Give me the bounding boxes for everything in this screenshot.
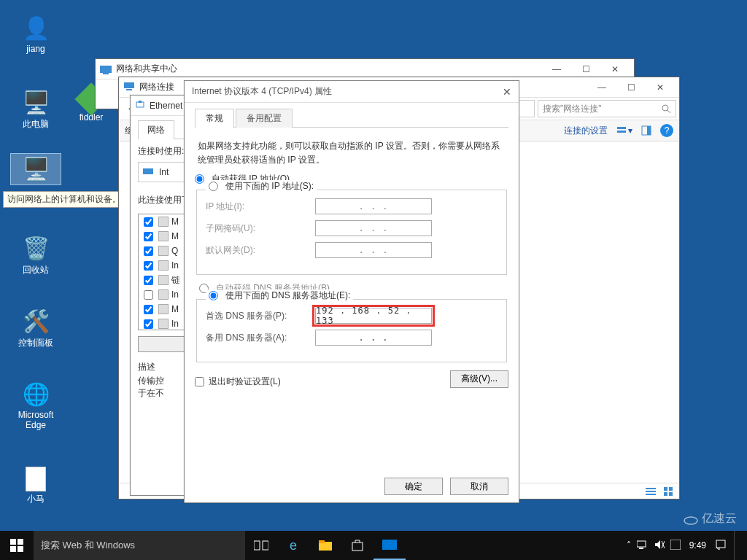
icon-label: 此电脑 [10, 118, 61, 131]
recycle-bin-icon: 🗑️ [21, 233, 50, 262]
taskbar-explorer[interactable] [309, 531, 341, 560]
radio-input[interactable] [209, 182, 218, 191]
notifications-button[interactable] [715, 539, 727, 553]
svg-rect-21 [10, 539, 16, 545]
ok-button[interactable]: 确定 [384, 478, 443, 495]
svg-point-20 [684, 517, 697, 524]
close-button[interactable]: ✕ [489, 86, 511, 98]
svg-rect-6 [617, 127, 626, 129]
svg-rect-36 [670, 540, 681, 550]
label-ip: IP 地址(I): [206, 201, 315, 213]
icon-label: Microsoft Edge [10, 410, 61, 430]
advanced-button[interactable]: 高级(V)... [450, 370, 508, 388]
user-folder-icon: 👤 [21, 13, 50, 42]
show-desktop-button[interactable] [734, 531, 738, 560]
search-icon [661, 104, 671, 114]
nsc-icon [100, 63, 112, 75]
svg-rect-12 [646, 494, 656, 495]
taskbar: 搜索 Web 和 Windows e ˄ 9:49 [0, 531, 747, 560]
computer-icon: 🖥️ [21, 88, 50, 117]
desktop-icon-edge[interactable]: 🌐 Microsoft Edge [10, 379, 61, 430]
taskbar-edge[interactable]: e [277, 531, 309, 560]
radio-manual-dns[interactable]: 使用下面的 DNS 服务器地址(E): [206, 289, 353, 302]
svg-rect-18 [139, 101, 142, 103]
subnet-mask-field[interactable]: . . . [315, 220, 432, 236]
maximize-button[interactable]: ☐ [571, 60, 600, 79]
search-placeholder: 搜索"网络连接" [543, 103, 602, 115]
svg-rect-1 [103, 71, 109, 74]
tray-ime-icon[interactable] [670, 540, 681, 552]
svg-rect-23 [10, 546, 16, 552]
edge-icon: e [290, 538, 297, 553]
cancel-button[interactable]: 取消 [450, 478, 508, 495]
search-placeholder: 搜索 Web 和 Windows [41, 539, 135, 552]
svg-rect-9 [647, 126, 651, 135]
tray-network-icon[interactable] [637, 540, 649, 552]
taskbar-clock[interactable]: 9:49 [689, 540, 706, 551]
help-button[interactable]: ? [660, 124, 673, 137]
desktop-icon-network[interactable]: 🖥️ [10, 153, 61, 185]
svg-rect-24 [18, 546, 23, 552]
checkbox-validate[interactable]: 退出时验证设置(L) [195, 376, 281, 388]
tray-chevron-up-icon[interactable]: ˄ [627, 540, 631, 551]
preview-pane-button[interactable] [641, 125, 651, 136]
taskbar-app[interactable] [374, 531, 406, 560]
system-tray: ˄ 9:49 [618, 531, 747, 560]
svg-rect-11 [646, 491, 656, 492]
svg-rect-16 [669, 492, 673, 496]
minimize-button[interactable]: — [587, 78, 616, 97]
svg-rect-31 [637, 541, 646, 547]
maximize-button[interactable]: ☐ [616, 78, 646, 97]
close-button[interactable]: ✕ [646, 78, 675, 97]
large-icons-view-icon[interactable] [663, 486, 673, 497]
svg-rect-3 [126, 89, 132, 90]
app-icon [382, 540, 397, 550]
svg-marker-33 [655, 540, 660, 549]
radio-input[interactable] [195, 174, 204, 184]
desktop-icon-controlpanel[interactable]: 🛠️ 控制面板 [10, 306, 61, 349]
taskview-icon [254, 540, 268, 551]
svg-rect-7 [617, 131, 626, 133]
titlebar[interactable]: Internet 协议版本 4 (TCP/IPv4) 属性 ✕ [185, 81, 519, 103]
search-input[interactable]: 搜索"网络连接" [538, 100, 676, 117]
tab-alternate[interactable]: 备用配置 [236, 109, 293, 128]
minimize-button[interactable]: — [542, 60, 571, 79]
view-options-button[interactable]: ▾ [616, 125, 632, 136]
close-button[interactable]: ✕ [600, 60, 630, 79]
store-icon [351, 539, 364, 552]
start-button[interactable] [0, 531, 34, 560]
ip-address-field[interactable]: . . . [315, 198, 432, 214]
svg-rect-22 [18, 539, 23, 545]
icon-label: jiang [10, 44, 61, 54]
taskbar-store[interactable] [341, 531, 374, 560]
ethernet-icon [135, 99, 145, 112]
svg-rect-15 [664, 492, 667, 496]
checkbox-input[interactable] [195, 377, 204, 386]
tab-general[interactable]: 常规 [195, 109, 234, 128]
details-view-icon[interactable] [646, 486, 656, 497]
radio-manual-ip[interactable]: 使用下面的 IP 地址(S): [206, 180, 317, 192]
preferred-dns-field[interactable]: 192 . 168 . 52 . 133 [315, 308, 432, 324]
desktop-icon-user[interactable]: 👤 jiang [10, 13, 61, 54]
svg-rect-37 [716, 540, 725, 548]
taskbar-search[interactable]: 搜索 Web 和 Windows [34, 531, 245, 560]
gateway-field[interactable]: . . . [315, 242, 432, 258]
tab-network[interactable]: 网络 [138, 120, 174, 139]
tab-strip: 常规 备用配置 [195, 109, 508, 128]
svg-rect-17 [136, 102, 144, 107]
dialog-ipv4-properties: Internet 协议版本 4 (TCP/IPv4) 属性 ✕ 常规 备用配置 … [184, 80, 519, 503]
tray-volume-icon[interactable] [654, 540, 665, 552]
svg-line-5 [667, 110, 670, 113]
alternate-dns-field[interactable]: . . . [315, 330, 432, 346]
radio-input[interactable] [209, 291, 218, 300]
svg-rect-19 [143, 168, 153, 174]
dialog-title: Internet 协议版本 4 (TCP/IPv4) 属性 [192, 85, 332, 98]
desktop-icon-xiaoma[interactable]: 小马 [10, 467, 61, 505]
cmd-link[interactable]: 连接的设置 [564, 125, 608, 137]
desktop-icon-recycle[interactable]: 🗑️ 回收站 [10, 233, 61, 276]
info-text: 如果网络支持此功能，则可以获取自动指派的 IP 设置。否则，你需要从网络系统管理… [198, 139, 506, 167]
desktop-icon-thispc[interactable]: 🖥️ 此电脑 [10, 88, 61, 131]
folder-icon [318, 540, 333, 551]
taskview-button[interactable] [245, 531, 277, 560]
label-gateway: 默认网关(D): [206, 244, 315, 257]
